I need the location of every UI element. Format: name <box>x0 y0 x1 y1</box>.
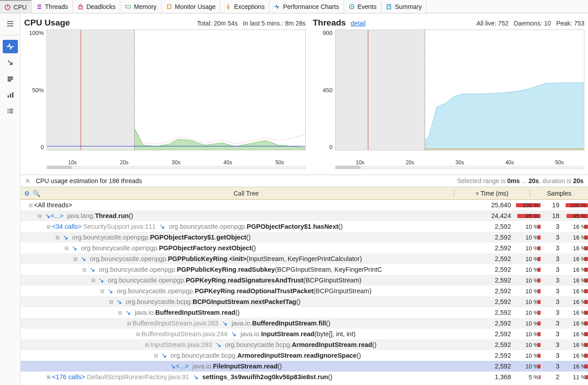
tree-row[interactable]: ↘<...> java.io.FileInputStream.read()2,5… <box>21 361 588 372</box>
tab-performance-charts[interactable]: Performance Charts <box>269 0 344 13</box>
time-pct: 10 % <box>513 331 541 338</box>
tab-summary[interactable]: Summary <box>381 0 426 13</box>
call-label: ↘ java.io.BufferedInputStream.read() <box>124 309 481 316</box>
call-label: <All threads> <box>34 201 481 209</box>
col-time[interactable]: ▾Time (ms) <box>454 190 530 197</box>
tree-row[interactable]: ⊟↘ org.bouncycastle.openpgp.PGPKeyRing.r… <box>21 275 588 286</box>
cpu-plot[interactable] <box>47 30 306 150</box>
expand-icon[interactable]: ⊟ <box>64 245 69 251</box>
monitor-icon <box>166 4 172 10</box>
expand-icon[interactable]: ⊟ <box>81 267 87 273</box>
sidebar-arrow-button[interactable] <box>3 56 18 69</box>
time-value: 2,592 <box>481 223 513 230</box>
samples-pct: 16 % <box>561 256 588 262</box>
svg-rect-18 <box>8 78 13 80</box>
tree-row[interactable]: ⊟<All threads>25,640100 %19100 % <box>21 200 588 210</box>
time-pct: 10 % <box>513 234 541 241</box>
tree-row[interactable]: ⊟BufferedInputStream.java:263 ↘ java.io.… <box>21 318 588 329</box>
threads-title: Threads <box>313 18 346 27</box>
threads-detail-link[interactable]: detail <box>351 20 366 27</box>
expand-icon[interactable]: ⊟ <box>144 342 149 348</box>
tree-row[interactable]: ⊟↘ org.bouncycastle.openpgp.PGPObjectFac… <box>21 243 588 253</box>
call-label: ↘<...> java.io.FileInputStream.read() <box>168 363 481 370</box>
tab-threads[interactable]: Threads <box>32 0 73 13</box>
time-pct: 5 % <box>513 374 541 381</box>
tree-row[interactable]: ⊟↘ org.bouncycastle.openpgp.PGPPublicKey… <box>21 253 588 264</box>
time-value: 2,592 <box>481 298 513 305</box>
bars-icon <box>7 92 14 98</box>
time-pct: 10 % <box>513 309 541 316</box>
call-label: ↘ org.bouncycastle.openpgp.PGPObjectFact… <box>70 244 481 252</box>
call-label: BufferedInputStream.java:263 ↘ java.io.B… <box>132 320 481 327</box>
expand-icon[interactable]: ⊟ <box>46 224 51 230</box>
samples-value: 3 <box>541 330 561 338</box>
close-icon[interactable]: ✕ <box>25 177 30 184</box>
samples-value: 3 <box>541 255 561 262</box>
tree-row[interactable]: ⊟BufferedInputStream.java:244 ↘ java.io.… <box>21 329 588 339</box>
svg-rect-19 <box>8 80 11 81</box>
time-value: 2,592 <box>481 277 513 284</box>
cpu-scrollbar[interactable] <box>47 166 306 169</box>
call-tree[interactable]: ⊟<All threads>25,640100 %19100 %⊟↘<...> … <box>21 200 588 385</box>
tab-monitor-usage[interactable]: Monitor Usage <box>162 0 221 13</box>
tab-label: Performance Charts <box>283 3 339 10</box>
time-pct: 100 % <box>513 202 541 209</box>
tab-deadlocks[interactable]: Deadlocks <box>73 0 120 13</box>
sidebar-pulse-button[interactable] <box>3 40 18 53</box>
tree-row[interactable]: ⊟↘ org.bouncycastle.openpgp.PGPPublicKey… <box>21 264 588 275</box>
time-pct: 10 % <box>513 363 541 370</box>
expand-icon[interactable]: ⊞ <box>46 374 51 380</box>
tree-row[interactable]: ⊟↘<...> java.lang.Thread.run()24,42495 %… <box>21 210 588 221</box>
perf-icon <box>274 4 280 10</box>
expand-icon[interactable]: ⊟ <box>90 278 96 283</box>
expand-icon[interactable]: ⊟ <box>55 235 60 240</box>
svg-rect-17 <box>8 77 13 78</box>
expand-icon[interactable]: ⊟ <box>28 202 33 208</box>
svg-point-23 <box>7 109 9 110</box>
expand-icon[interactable]: ⊟ <box>37 213 42 219</box>
svg-rect-20 <box>8 95 9 98</box>
tree-row[interactable]: ⊟↘ org.bouncycastle.openpgp.PGPKeyRing.r… <box>21 286 588 296</box>
summary-icon <box>386 4 392 10</box>
tab-exceptions[interactable]: Exceptions <box>221 0 269 13</box>
events-icon <box>349 4 355 10</box>
gear-icon[interactable]: ⚙ <box>24 190 30 197</box>
time-pct: 10 % <box>513 342 541 348</box>
tree-row[interactable]: ⊞<176 calls> DefaultScriptRunnerFactory.… <box>21 372 588 382</box>
expand-icon[interactable]: ⊟ <box>153 353 158 359</box>
threads-plot[interactable] <box>335 30 584 150</box>
tab-label: Events <box>358 3 377 10</box>
arrow-icon <box>7 59 14 66</box>
svg-rect-6 <box>126 5 130 8</box>
samples-value: 3 <box>541 341 561 348</box>
expand-icon[interactable]: ⊟ <box>108 299 114 305</box>
call-label: ↘ org.bouncycastle.openpgp.PGPKeyRing.re… <box>106 287 481 295</box>
threads-scrollbar[interactable] <box>335 166 584 169</box>
top-tabbar: CPUThreadsDeadlocksMemoryMonitor UsageEx… <box>0 0 588 13</box>
expand-icon[interactable]: ⊟ <box>117 310 123 316</box>
tree-row[interactable]: ⊟↘ org.bouncycastle.bcpg.BCPGInputStream… <box>21 296 588 307</box>
sidebar-hamburger-button[interactable] <box>3 17 18 30</box>
left-sidebar <box>0 13 21 385</box>
time-pct: 10 % <box>513 277 541 284</box>
call-label: <34 calls> SecuritySupport.java:111 ↘ or… <box>52 223 481 230</box>
col-calltree[interactable]: Call Tree <box>38 190 454 197</box>
samples-pct: 16 % <box>561 277 588 284</box>
tab-memory[interactable]: Memory <box>120 0 162 13</box>
sidebar-stack-button[interactable] <box>3 72 18 86</box>
tab-events[interactable]: Events <box>344 0 382 13</box>
sidebar-bars-button[interactable] <box>3 88 18 102</box>
expand-icon[interactable]: ⊟ <box>135 331 141 337</box>
expand-icon[interactable]: ⊟ <box>126 321 132 326</box>
tree-row[interactable]: ⊟<34 calls> SecuritySupport.java:111 ↘ o… <box>21 221 588 232</box>
tab-cpu[interactable]: CPU <box>0 0 32 13</box>
expand-icon[interactable]: ⊟ <box>72 256 78 262</box>
expand-icon[interactable]: ⊟ <box>99 288 105 294</box>
tree-row[interactable]: ⊟↘ org.bouncycastle.openpgp.PGPObjectFac… <box>21 232 588 243</box>
samples-value: 3 <box>541 352 561 359</box>
tree-row[interactable]: ⊟↘ java.io.BufferedInputStream.read()2,5… <box>21 307 588 318</box>
tree-row[interactable]: ⊟InputStream.java:293 ↘ org.bouncycastle… <box>21 339 588 350</box>
col-samples[interactable]: Samples <box>530 190 588 197</box>
sidebar-list-button[interactable] <box>3 104 18 118</box>
tree-row[interactable]: ⊟↘ org.bouncycastle.bcpg.ArmoredInputStr… <box>21 350 588 361</box>
